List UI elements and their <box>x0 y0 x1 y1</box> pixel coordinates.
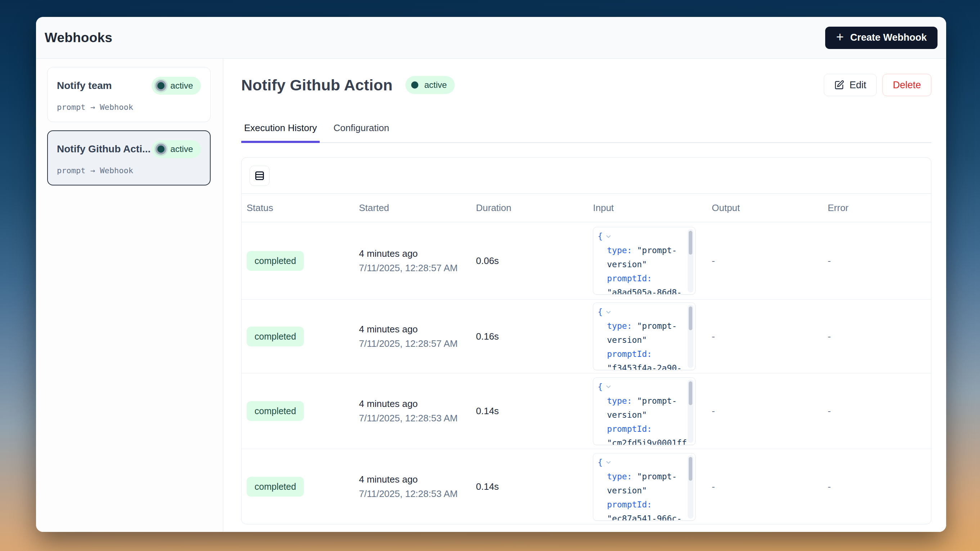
tab-configuration[interactable]: Configuration <box>331 123 392 142</box>
chevron-down-icon[interactable] <box>605 383 612 390</box>
error-value: - <box>828 481 931 492</box>
webhook-detail-title: Notify Github Action <box>241 76 393 94</box>
error-value: - <box>828 406 931 417</box>
page-title: Webhooks <box>45 30 112 45</box>
rows-icon <box>254 170 265 181</box>
scrollbar-thumb[interactable] <box>689 381 692 405</box>
started-relative: 4 minutes ago <box>359 248 476 259</box>
active-dot-icon <box>411 81 418 89</box>
started-absolute: 7/11/2025, 12:28:57 AM <box>359 338 476 349</box>
started-relative: 4 minutes ago <box>359 474 476 485</box>
webhook-route: prompt → Webhook <box>57 103 201 111</box>
table-toolbar <box>242 158 931 193</box>
input-json-cell[interactable]: { type:"prompt- version" promptId: "ec87… <box>593 453 695 521</box>
delete-button[interactable]: Delete <box>883 74 931 96</box>
status-badge: completed <box>247 477 304 497</box>
scrollbar-thumb[interactable] <box>689 457 692 481</box>
table-row[interactable]: completed 4 minutes ago 7/11/2025, 12:28… <box>242 299 931 373</box>
active-dot-icon <box>158 82 164 89</box>
column-header-started: Started <box>359 202 476 213</box>
status-badge: active <box>151 77 201 95</box>
status-badge: active <box>151 140 201 158</box>
webhook-name: Notify team <box>57 80 111 91</box>
column-header-status: Status <box>247 202 359 213</box>
edit-button[interactable]: Edit <box>824 74 877 96</box>
detail-tabs: Execution History Configuration <box>241 123 931 143</box>
table-row[interactable]: completed 4 minutes ago 7/11/2025, 12:28… <box>242 222 931 299</box>
create-webhook-label: Create Webhook <box>850 32 927 43</box>
output-value: - <box>712 255 828 266</box>
status-label: active <box>424 80 447 90</box>
duration-value: 0.06s <box>476 255 593 266</box>
error-value: - <box>828 331 931 342</box>
webhook-route: prompt → Webhook <box>57 166 201 175</box>
chevron-down-icon[interactable] <box>605 309 612 316</box>
scrollbar[interactable] <box>688 305 694 368</box>
column-header-input: Input <box>593 202 712 213</box>
webhooks-window: Webhooks + Create Webhook Notify team ac… <box>36 17 946 532</box>
started-absolute: 7/11/2025, 12:28:53 AM <box>359 488 476 500</box>
chevron-down-icon[interactable] <box>605 459 612 466</box>
webhook-list-sidebar: Notify team active prompt → Webhook Noti… <box>36 59 223 532</box>
column-header-duration: Duration <box>476 202 593 213</box>
status-badge: completed <box>247 326 304 346</box>
chevron-down-icon[interactable] <box>605 233 612 240</box>
plus-icon: + <box>836 30 843 44</box>
output-value: - <box>712 481 828 492</box>
duration-value: 0.14s <box>476 406 593 417</box>
scrollbar-thumb[interactable] <box>689 231 692 255</box>
scrollbar[interactable] <box>688 455 694 519</box>
table-header-row: Status Started Duration Input Output Err… <box>242 193 931 222</box>
table-row[interactable]: completed 4 minutes ago 7/11/2025, 12:28… <box>242 373 931 449</box>
webhook-name: Notify Github Acti... <box>57 143 151 155</box>
create-webhook-button[interactable]: + Create Webhook <box>825 27 937 49</box>
status-label: active <box>170 144 193 154</box>
status-badge: completed <box>247 251 304 271</box>
scrollbar[interactable] <box>688 380 694 443</box>
input-json-cell[interactable]: { type:"prompt- version" promptId: "f345… <box>593 303 695 370</box>
execution-history-table: Status Started Duration Input Output Err… <box>241 158 931 524</box>
scrollbar-thumb[interactable] <box>689 306 692 330</box>
edit-label: Edit <box>849 80 866 91</box>
started-relative: 4 minutes ago <box>359 324 476 335</box>
scrollbar[interactable] <box>688 229 694 292</box>
duration-value: 0.14s <box>476 481 593 492</box>
started-relative: 4 minutes ago <box>359 398 476 409</box>
webhook-detail-panel: Notify Github Action active Edit Delete <box>223 59 946 532</box>
table-row[interactable]: completed 4 minutes ago 7/11/2025, 12:28… <box>242 449 931 524</box>
top-bar: Webhooks + Create Webhook <box>36 17 946 59</box>
column-header-output: Output <box>712 202 828 213</box>
output-value: - <box>712 406 828 417</box>
row-height-button[interactable] <box>250 166 270 186</box>
started-absolute: 7/11/2025, 12:28:57 AM <box>359 263 476 274</box>
tab-execution-history[interactable]: Execution History <box>241 123 320 142</box>
status-badge: completed <box>247 401 304 421</box>
input-json-cell[interactable]: { type:"prompt- version" promptId: "cm2f… <box>593 377 695 445</box>
delete-label: Delete <box>893 80 921 91</box>
status-label: active <box>170 81 193 91</box>
active-dot-icon <box>158 145 164 153</box>
edit-pencil-icon <box>834 80 844 90</box>
duration-value: 0.16s <box>476 331 593 342</box>
column-header-error: Error <box>828 202 931 213</box>
started-absolute: 7/11/2025, 12:28:53 AM <box>359 413 476 424</box>
input-json-cell[interactable]: { type:"prompt- version" promptId: "a8ad… <box>593 227 695 295</box>
status-badge: active <box>406 76 455 94</box>
output-value: - <box>712 331 828 342</box>
sidebar-item-notify-team[interactable]: Notify team active prompt → Webhook <box>47 67 211 122</box>
error-value: - <box>828 255 931 266</box>
sidebar-item-notify-github-action[interactable]: Notify Github Acti... active prompt → We… <box>47 131 211 185</box>
